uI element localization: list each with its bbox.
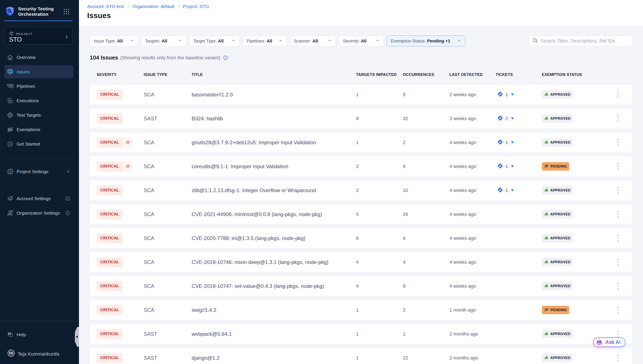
cell-last-detected: 4 weeks ago [449,180,476,200]
table-row[interactable]: CRITICALSCAbassmaster//1.2.0192 weeks ag… [89,84,632,105]
cell-exemption-status: APPROVED [542,252,573,272]
avatar[interactable]: TK [8,350,15,357]
issue-title[interactable]: zlib@1:1.2.13.dfsg-1: Integer Overflow o… [192,188,316,194]
issue-title[interactable]: CVE-2020-7788: ini@1.3.5 (lang-pkgs, nod… [192,235,305,241]
issue-type: SCA [144,307,154,313]
breadcrumb-account-link[interactable]: Account: STO test [87,4,124,9]
severity-label: CRITICAL [97,210,123,219]
filter-target-type[interactable]: Target Type:All [189,36,240,46]
breadcrumb-project-link[interactable]: Project: STO [183,4,209,9]
issue-title[interactable]: CVE-2021-44906: minimist@0.0.8 (lang-pkg… [192,211,322,217]
ticket-dropdown[interactable]: 1 [497,139,514,146]
row-menu-kebab-icon[interactable] [617,234,619,242]
table-row[interactable]: CRITICALSCACVE-2019-10746: mixin-deep@1.… [89,252,632,272]
cell-issue-type: SCA [144,156,154,176]
sidebar-item-overview[interactable]: Overview [4,51,73,64]
cell-severity: CRITICAL [97,108,123,128]
sidebar-item-pipelines[interactable]: Pipelines [4,80,73,93]
main-content: Account: STO test Organization: default … [79,0,643,364]
row-menu-kebab-icon[interactable] [617,186,619,194]
exemption-status-label: APPROVED [550,236,570,240]
issue-title[interactable]: webpack@5.64.1 [192,331,232,337]
table-row[interactable]: CRITICALSASTwebpack@5.64.1112 months ago… [89,324,632,344]
occurrences: 2 [403,307,405,313]
row-menu-kebab-icon[interactable] [617,354,619,362]
issue-type: SAST [144,116,157,122]
ticket-dropdown[interactable]: 2 [497,115,514,122]
row-menu-kebab-icon[interactable] [617,210,619,218]
filter-targets[interactable]: Targets:All [141,36,186,46]
kebab-dot [617,334,619,335]
table-row[interactable]: CRITICALSASTdjango@1.21222 months agoAPP… [89,348,632,364]
sidebar-item-help[interactable]: ? Help [4,328,73,341]
sidebar-item-label: Executions [17,98,39,103]
sidebar-item-executions[interactable]: Executions [4,94,73,107]
ticket-dropdown[interactable]: 1 [497,91,514,98]
sidebar-item-issues[interactable]: Issues [4,65,73,78]
issue-type: SCA [144,188,154,194]
sidebar-item-account-settings[interactable]: Account Settings [4,192,73,205]
project-name: STO [9,36,22,43]
chevron-down-icon [130,38,134,44]
cell-severity: CRITICAL [97,276,123,296]
targets-impacted: 5 [356,212,359,217]
breadcrumb-org-link[interactable]: Organization: default [133,4,174,9]
row-menu-kebab-icon[interactable] [617,115,619,122]
issue-title[interactable]: coreutils@9.1-1: Improper Input Validati… [192,164,288,170]
info-icon[interactable] [65,196,70,201]
issue-type: SCA [144,140,154,146]
jira-icon [497,91,503,98]
table-row[interactable]: CRITICALSCAgnutls28@3.7.9-2+deb12u5: Imp… [89,132,632,153]
row-menu-kebab-icon[interactable] [617,282,619,290]
sidebar-item-get-started[interactable]: Get Started [4,137,73,150]
sidebar-collapse-handle[interactable] [75,327,79,347]
info-icon[interactable] [65,210,70,216]
issue-title[interactable]: B324: hashlib [192,116,223,122]
row-menu-kebab-icon[interactable] [617,91,619,98]
sidebar-item-organization-settings[interactable]: Organization Settings [4,206,73,220]
table-row[interactable]: CRITICALSCAzlib@1:1.2.13.dfsg-1: Integer… [89,180,632,200]
cell-issue-type: SCA [144,228,154,248]
issue-title[interactable]: swig//1.4.2 [192,307,216,313]
ticket-dropdown[interactable]: 1 [497,163,514,170]
cell-exemption-status: APPROVED [542,204,573,224]
filter-scanner[interactable]: Scanner:All [290,36,336,46]
table-row[interactable]: CRITICALSCAcoreutils@9.1-1: Improper Inp… [89,156,632,176]
eye-slash-icon [7,126,13,133]
row-menu-kebab-icon[interactable] [617,330,619,338]
table-row[interactable]: CRITICALSASTB324: hashlib8323 weeks ago2… [89,108,632,129]
grid-icon[interactable] [64,9,69,15]
project-selector[interactable]: PROJECT STO [5,27,73,45]
user-name[interactable]: Teja Kummarikuntla [18,351,59,357]
row-menu-kebab-icon[interactable] [617,306,619,314]
sidebar-item-exemptions[interactable]: Exemptions [4,123,73,136]
table-row[interactable]: CRITICALSCAswig//1.4.2121 month agoPENDI… [89,300,632,320]
exemption-status-badge: APPROVED [542,330,573,338]
issue-title[interactable]: CVE-2019-10746: mixin-deep@1.3.1 (lang-p… [192,259,328,265]
last-detected: 4 weeks ago [449,236,476,241]
table-row[interactable]: CRITICALSCACVE-2021-44906: minimist@0.0.… [89,204,632,224]
ask-ai-button[interactable]: Ask AI [593,338,625,347]
targets-impacted: 8 [356,116,359,122]
sidebar-item-project-settings[interactable]: Project Settings [4,165,73,178]
search-input[interactable] [540,38,628,44]
table-row[interactable]: CRITICALSCACVE-2020-7788: ini@1.3.5 (lan… [89,228,632,248]
row-menu-kebab-icon[interactable] [617,139,619,146]
exemption-status-badge: PENDING [542,162,569,170]
row-menu-kebab-icon[interactable] [617,162,619,170]
cell-occurrences: 32 [403,108,408,128]
issue-title[interactable]: CVE-2019-10747: set-value@0.4.3 (lang-pk… [192,283,324,289]
ticket-dropdown[interactable]: 1 [497,187,514,194]
info-icon[interactable] [223,55,228,60]
issue-title[interactable]: django@1.2 [192,355,220,361]
cell-title: coreutils@9.1-1: Improper Input Validati… [192,156,288,176]
filter-exemption-status[interactable]: Exemption Status:Pending +1 [387,36,465,46]
row-menu-kebab-icon[interactable] [617,258,619,266]
table-row[interactable]: CRITICALSCACVE-2019-10747: set-value@0.4… [89,276,632,296]
filter-severity[interactable]: Severity:All [339,36,384,46]
filter-issue-type[interactable]: Issue Type:All [90,36,138,46]
issue-title[interactable]: gnutls28@3.7.9-2+deb12u5: Improper Input… [192,140,316,146]
sidebar-item-test-targets[interactable]: Test Targets [4,108,73,122]
issue-title[interactable]: bassmaster//1.2.0 [192,92,233,98]
filter-pipelines[interactable]: Pipelines:All [243,36,287,46]
